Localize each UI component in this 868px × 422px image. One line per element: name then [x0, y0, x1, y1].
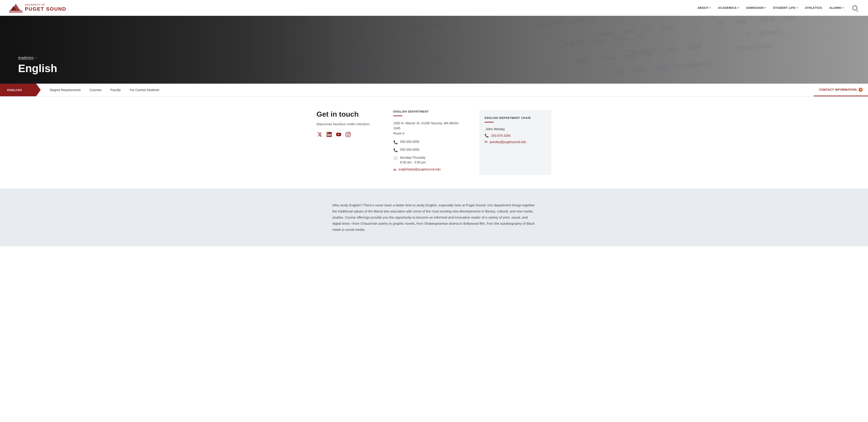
get-in-touch-description: Maecenas faucibus mollis interdum. — [316, 122, 380, 126]
youtube-icon[interactable] — [336, 131, 342, 138]
dept-heading: ENGLISH DEPARTMENT — [393, 110, 466, 113]
breadcrumb-arrow-icon: › — [35, 56, 36, 59]
school-name: PUGET SOUND — [25, 6, 66, 12]
twitter-x-icon[interactable] — [316, 131, 323, 138]
chevron-down-icon: ▾ — [796, 6, 798, 9]
dept-info-section: ENGLISH DEPARTMENT 1500 N. Warner St. #1… — [393, 110, 466, 175]
tab-active-english: ENGLISH — [0, 84, 41, 96]
chair-email-link[interactable]: jwesley@pugetsound.edu — [490, 140, 526, 144]
logo-text: UNIVERSITY OF PUGET SOUND — [25, 4, 66, 12]
search-icon — [852, 5, 857, 10]
hero-overlay — [0, 16, 868, 84]
clock-icon: 🕐 — [393, 155, 398, 161]
chair-heading: ENGLISH DEPARTMENT CHAIR — [485, 116, 546, 120]
dept-email-link[interactable]: englishdept@pugetsound.edu — [399, 167, 440, 172]
get-in-touch-section: Get in touch Maecenas faucibus mollis in… — [316, 110, 380, 175]
logo[interactable]: UNIVERSITY OF PUGET SOUND — [9, 3, 66, 13]
dept-email-row: ✉ englishdept@pugetsound.edu — [393, 167, 466, 173]
phone-icon-2: 📞 — [393, 148, 398, 153]
hero-banner: Silence m stain herb looked certainly ti… — [0, 16, 868, 84]
chair-divider — [485, 122, 494, 122]
nav-academics[interactable]: ACADEMICS ▾ — [718, 6, 739, 9]
chair-name: John Wesley — [485, 127, 546, 131]
nav-about[interactable]: ABOUT ▾ — [698, 6, 711, 9]
get-in-touch-heading: Get in touch — [316, 110, 380, 118]
breadcrumb: Academics › — [18, 56, 57, 59]
instagram-icon[interactable] — [345, 131, 351, 138]
dept-phone1-row: 📞 555.555.5555 — [393, 140, 466, 145]
social-icons — [316, 131, 380, 138]
university-label: UNIVERSITY OF — [25, 4, 66, 6]
tab-for-current-students[interactable]: For Current Students — [125, 84, 164, 96]
dept-phone2: 555.555.5555 — [400, 147, 420, 152]
chair-card: ENGLISH DEPARTMENT CHAIR John Wesley 📞 2… — [479, 110, 552, 175]
chevron-down-icon: ▾ — [709, 6, 711, 9]
chevron-down-icon: ▾ — [842, 6, 844, 9]
breadcrumb-academics[interactable]: Academics — [18, 56, 33, 59]
chair-phone-icon: 📞 — [485, 133, 489, 138]
dept-hours-label: Monday-Thursday — [400, 156, 426, 159]
logo-mountain-icon — [9, 3, 23, 13]
tab-courses[interactable]: Courses — [85, 84, 106, 96]
tab-bar: ENGLISH Degree Requirements Courses Facu… — [0, 84, 868, 96]
bottom-text: Why study English? There's never been a … — [332, 202, 536, 233]
nav-alumni[interactable]: ALUMNI ▾ — [829, 6, 844, 9]
linkedin-icon[interactable] — [326, 131, 332, 138]
dept-hours-row: 🕐 Monday-Thursday 8:30 am - 3:00 pm — [393, 155, 466, 165]
dept-phone2-row: 📞 555.555.5555 — [393, 147, 466, 153]
nav-student-life[interactable]: STUDENT LIFE ▾ — [773, 6, 798, 9]
dept-address: 1500 N. Warner St. #1045 Tacoma, WA 9841… — [393, 121, 466, 136]
tab-degree-requirements[interactable]: Degree Requirements — [45, 84, 85, 96]
nav-athletics[interactable]: ATHLETICS — [805, 6, 822, 9]
nav-bar: UNIVERSITY OF PUGET SOUND ABOUT ▾ ACADEM… — [0, 0, 868, 16]
bottom-section: Why study English? There's never been a … — [0, 188, 868, 246]
phone-icon: 📞 — [393, 140, 398, 145]
nav-links: ABOUT ▾ ACADEMICS ▾ ADMISSION ▾ STUDENT … — [698, 4, 859, 12]
chair-email-row: ✉ jwesley@pugetsound.edu — [485, 140, 546, 144]
dept-phone1: 555.555.5555 — [400, 140, 420, 144]
chevron-down-icon: ▾ — [765, 6, 766, 9]
main-content: Get in touch Maecenas faucibus mollis in… — [299, 96, 569, 188]
tab-links: Degree Requirements Courses Faculty For … — [41, 84, 814, 96]
nav-admission[interactable]: ADMISSION ▾ — [746, 6, 766, 9]
chair-email-icon: ✉ — [485, 140, 488, 144]
dept-divider — [393, 116, 402, 116]
dept-hours-time: 8:30 am - 3:00 pm — [400, 160, 426, 164]
chevron-down-icon: ▾ — [738, 6, 739, 9]
tab-contact-information[interactable]: CONTACT INFORMATION ✕ — [814, 84, 868, 96]
tab-faculty[interactable]: Faculty — [106, 84, 125, 96]
email-icon: ✉ — [393, 167, 396, 173]
chair-phone-row: 📞 253.879.3284 — [485, 133, 546, 138]
search-button[interactable] — [851, 4, 859, 12]
hero-content: Academics › English — [18, 56, 57, 74]
contact-tab-close-icon[interactable]: ✕ — [859, 88, 863, 92]
chair-phone-link[interactable]: 253.879.3284 — [491, 134, 510, 138]
page-title: English — [18, 62, 57, 74]
